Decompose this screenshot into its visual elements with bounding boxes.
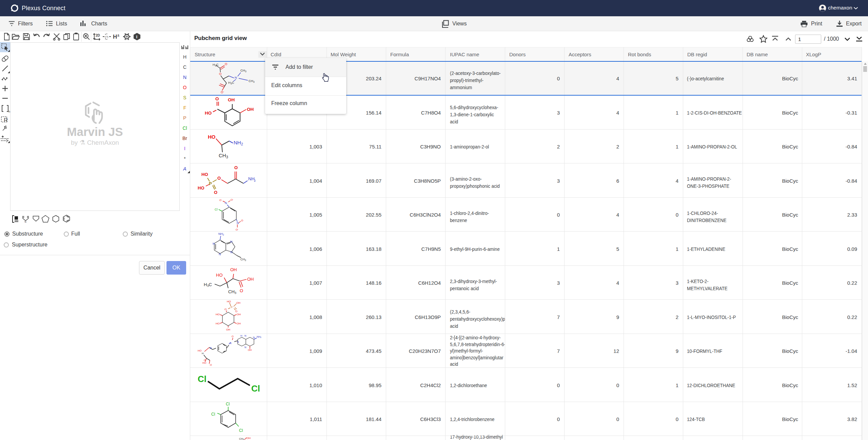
svg-text:N: N xyxy=(213,242,215,245)
svg-text:H3C: H3C xyxy=(228,81,234,85)
svg-text:OH: OH xyxy=(226,328,230,331)
svg-text:HO: HO xyxy=(227,300,231,303)
svg-text:H3C: H3C xyxy=(213,63,219,67)
svg-text:HO: HO xyxy=(198,185,204,191)
svg-text:N: N xyxy=(235,76,237,79)
svg-text:O: O xyxy=(210,363,212,366)
svg-text:NH2: NH2 xyxy=(257,335,261,338)
svg-text:O: O xyxy=(219,72,221,76)
svg-text:HO: HO xyxy=(216,322,220,325)
svg-text:NH2: NH2 xyxy=(234,140,243,146)
svg-text:OH: OH xyxy=(247,277,254,282)
svg-text:O-: O- xyxy=(236,228,238,231)
svg-text:CH3: CH3 xyxy=(228,289,236,295)
svg-text:O: O xyxy=(214,190,217,195)
svg-text:O: O xyxy=(235,310,237,313)
svg-text:OH: OH xyxy=(236,301,240,304)
svg-text:n: n xyxy=(8,110,10,113)
svg-text:O-: O- xyxy=(221,90,224,94)
svg-text:N: N xyxy=(225,201,227,205)
svg-text:OH: OH xyxy=(237,322,241,325)
svg-text:P: P xyxy=(231,306,233,309)
svg-text:O: O xyxy=(232,335,234,338)
svg-text:O: O xyxy=(240,288,243,293)
svg-text:HO: HO xyxy=(198,349,201,352)
svg-text:2: 2 xyxy=(254,179,256,182)
svg-text:R: R xyxy=(4,117,8,123)
svg-text:H3C: H3C xyxy=(204,282,212,287)
svg-text:i: i xyxy=(136,34,138,39)
svg-text:HO: HO xyxy=(201,172,208,177)
svg-text:O: O xyxy=(241,219,243,222)
svg-text:CH3: CH3 xyxy=(219,153,228,159)
svg-text:O: O xyxy=(234,165,238,170)
svg-text:N: N xyxy=(25,221,26,223)
svg-text:N: N xyxy=(237,340,239,343)
svg-text:P: P xyxy=(209,181,212,186)
svg-text:O: O xyxy=(219,199,221,202)
svg-text:N: N xyxy=(230,342,231,345)
svg-text:NH2: NH2 xyxy=(218,232,224,236)
svg-text:HO: HO xyxy=(208,134,216,140)
svg-text:H: H xyxy=(202,352,203,355)
svg-text:N: N xyxy=(210,346,212,349)
svg-text:O: O xyxy=(225,62,227,66)
svg-text:Cl: Cl xyxy=(251,383,260,394)
svg-text:N: N xyxy=(237,221,239,225)
svg-text:N: N xyxy=(219,253,221,256)
svg-text:Cl: Cl xyxy=(215,208,218,211)
svg-text:CH3: CH3 xyxy=(240,258,246,261)
svg-text:O: O xyxy=(224,308,226,311)
svg-text:Cl: Cl xyxy=(239,428,243,433)
svg-text:HO: HO xyxy=(202,361,206,364)
svg-text:O-: O- xyxy=(231,198,233,201)
svg-text:CH3: CH3 xyxy=(239,437,244,440)
svg-text:HO: HO xyxy=(205,111,212,116)
svg-text:OH: OH xyxy=(237,313,241,316)
svg-text:OH: OH xyxy=(230,267,237,272)
svg-text:N: N xyxy=(244,334,246,337)
svg-text:OH: OH xyxy=(228,97,235,102)
svg-text:OH: OH xyxy=(248,348,252,352)
svg-text:N: N xyxy=(253,336,255,339)
svg-text:OH: OH xyxy=(247,107,254,112)
svg-text:O: O xyxy=(215,96,219,101)
svg-text:N: N xyxy=(244,346,246,349)
svg-text:N: N xyxy=(230,240,233,243)
svg-text:HO: HO xyxy=(216,313,220,316)
svg-text:NH: NH xyxy=(248,176,255,181)
svg-text:±: ± xyxy=(117,33,119,37)
svg-text:2D: 2D xyxy=(96,34,100,37)
svg-text:CH3: CH3 xyxy=(240,68,246,73)
svg-text:H: H xyxy=(240,334,242,337)
svg-text:O: O xyxy=(204,359,206,362)
svg-text:H: H xyxy=(113,34,117,40)
svg-text:O: O xyxy=(217,176,221,181)
svg-text:Cl: Cl xyxy=(198,374,206,384)
svg-text:OH: OH xyxy=(246,437,251,440)
svg-text:N: N xyxy=(230,251,233,254)
svg-text:HO: HO xyxy=(216,273,223,278)
svg-text:Cl: Cl xyxy=(211,412,215,417)
svg-text:CH3: CH3 xyxy=(249,79,255,83)
svg-text:(?): (?) xyxy=(105,35,108,38)
svg-text:Cl: Cl xyxy=(226,402,230,406)
